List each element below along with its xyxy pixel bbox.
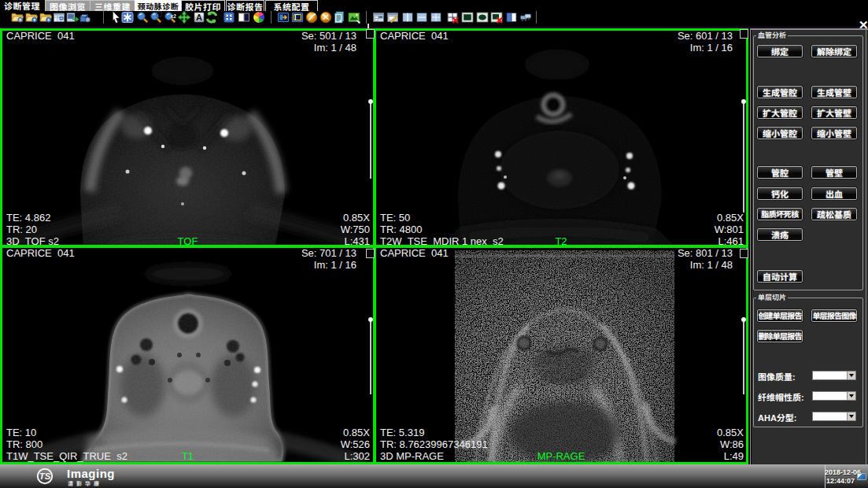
svg-text:x2: x2 [171, 13, 176, 19]
svg-text:A: A [196, 13, 202, 22]
svg-text:TS: TS [39, 471, 51, 481]
